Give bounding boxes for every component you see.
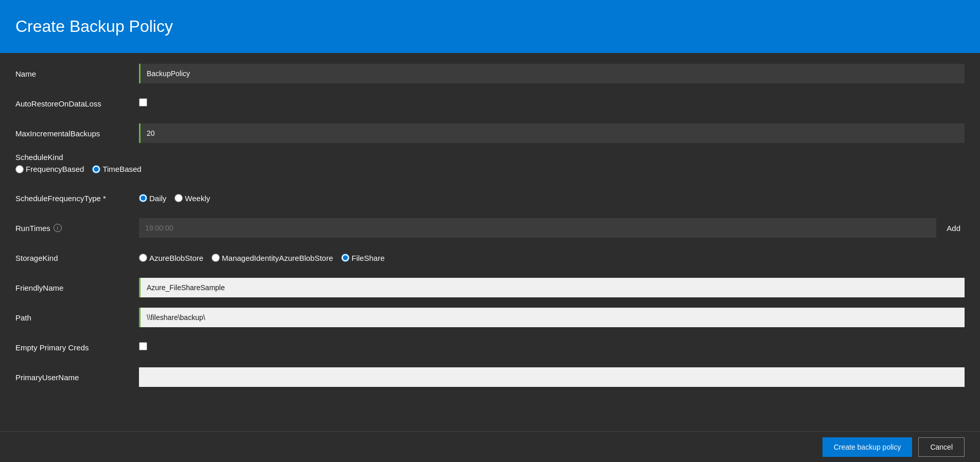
auto-restore-checkbox[interactable]: [139, 98, 147, 106]
name-input-wrapper: [139, 64, 965, 83]
footer: Create backup policy Cancel: [0, 431, 980, 462]
storage-azure-label[interactable]: AzureBlobStore: [139, 254, 203, 262]
schedule-freq-daily-text: Daily: [149, 194, 166, 203]
path-input-wrapper: [139, 308, 965, 327]
schedule-freq-weekly-label[interactable]: Weekly: [174, 194, 210, 203]
name-row: Name: [15, 63, 965, 84]
max-incremental-input-wrapper: [139, 123, 965, 143]
storage-fileshare-label[interactable]: FileShare: [341, 254, 384, 262]
form-content: Name AutoRestoreOnDataLoss MaxIncrementa…: [0, 53, 980, 431]
auto-restore-label: AutoRestoreOnDataLoss: [15, 99, 139, 108]
runtimes-input[interactable]: [139, 218, 936, 238]
create-backup-policy-button[interactable]: Create backup policy: [822, 437, 913, 457]
schedule-kind-row: ScheduleKind FrequencyBased TimeBased: [15, 153, 965, 173]
runtimes-info-icon[interactable]: i: [54, 224, 62, 232]
path-input[interactable]: [139, 308, 965, 327]
storage-managed-label[interactable]: ManagedIdentityAzureBlobStore: [212, 254, 333, 262]
empty-primary-creds-row: Empty Primary Creds: [15, 337, 965, 358]
storage-kind-row: StorageKind AzureBlobStore ManagedIdenti…: [15, 247, 965, 268]
schedule-freq-weekly-text: Weekly: [185, 194, 210, 203]
schedule-kind-freq-text: FrequencyBased: [26, 165, 84, 173]
friendly-name-input-wrapper: [139, 278, 965, 297]
max-incremental-input[interactable]: [139, 123, 965, 143]
schedule-freq-row: ScheduleFrequencyType * Daily Weekly: [15, 188, 965, 208]
storage-managed-radio[interactable]: [212, 254, 220, 262]
schedule-freq-radio-group: Daily Weekly: [139, 194, 965, 203]
name-input[interactable]: [139, 64, 965, 83]
friendly-name-row: FriendlyName: [15, 277, 965, 298]
empty-primary-creds-label: Empty Primary Creds: [15, 343, 139, 352]
schedule-kind-time-radio[interactable]: [92, 165, 100, 173]
schedule-freq-daily-radio[interactable]: [139, 194, 147, 202]
storage-azure-radio[interactable]: [139, 254, 147, 262]
friendly-name-input[interactable]: [139, 278, 965, 297]
schedule-kind-freq-radio[interactable]: [15, 165, 24, 173]
primary-username-label: PrimaryUserName: [15, 373, 139, 382]
storage-managed-text: ManagedIdentityAzureBlobStore: [222, 254, 333, 262]
schedule-kind-radio-group: FrequencyBased TimeBased: [15, 165, 965, 173]
page-title: Create Backup Policy: [15, 17, 173, 36]
schedule-freq-weekly-radio[interactable]: [174, 194, 183, 202]
runtimes-row: RunTimes i Add: [15, 218, 965, 238]
schedule-freq-label: ScheduleFrequencyType *: [15, 194, 139, 203]
runtimes-add-button[interactable]: Add: [942, 222, 965, 235]
storage-kind-wrapper: AzureBlobStore ManagedIdentityAzureBlobS…: [139, 254, 965, 262]
storage-fileshare-text: FileShare: [352, 254, 384, 262]
storage-fileshare-radio[interactable]: [341, 254, 349, 262]
path-label: Path: [15, 313, 139, 322]
primary-username-input[interactable]: [139, 367, 965, 387]
storage-kind-radio-group: AzureBlobStore ManagedIdentityAzureBlobS…: [139, 254, 965, 262]
schedule-kind-time-text: TimeBased: [102, 165, 141, 173]
cancel-button[interactable]: Cancel: [918, 437, 965, 457]
runtimes-wrapper: Add: [139, 218, 965, 238]
schedule-freq-wrapper: Daily Weekly: [139, 194, 965, 203]
primary-username-input-wrapper: [139, 367, 965, 387]
auto-restore-checkbox-wrapper: [139, 98, 965, 109]
schedule-freq-daily-label[interactable]: Daily: [139, 194, 166, 203]
path-row: Path: [15, 307, 965, 328]
max-incremental-label: MaxIncrementalBackups: [15, 129, 139, 138]
runtimes-label: RunTimes i: [15, 224, 139, 233]
primary-username-row: PrimaryUserName: [15, 367, 965, 387]
storage-azure-text: AzureBlobStore: [149, 254, 203, 262]
schedule-kind-label: ScheduleKind: [15, 153, 965, 162]
empty-primary-creds-checkbox[interactable]: [139, 342, 147, 350]
schedule-kind-freq-label[interactable]: FrequencyBased: [15, 165, 84, 173]
friendly-name-label: FriendlyName: [15, 283, 139, 292]
schedule-kind-time-label[interactable]: TimeBased: [92, 165, 141, 173]
auto-restore-row: AutoRestoreOnDataLoss: [15, 93, 965, 114]
page-header: Create Backup Policy: [0, 0, 980, 53]
empty-primary-creds-checkbox-wrapper: [139, 342, 965, 352]
max-incremental-row: MaxIncrementalBackups: [15, 123, 965, 144]
name-label: Name: [15, 69, 139, 78]
storage-kind-label: StorageKind: [15, 254, 139, 262]
